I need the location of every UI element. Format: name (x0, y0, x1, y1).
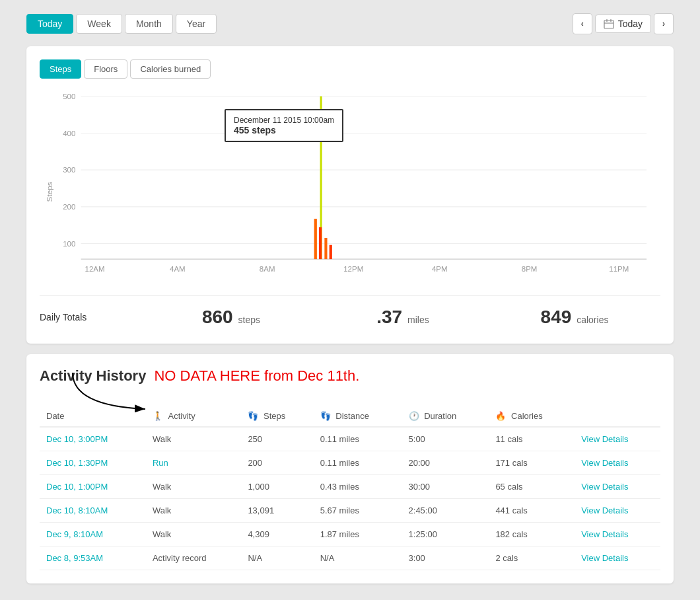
row-distance: 0.11 miles (314, 427, 402, 451)
row-steps: 13,091 (241, 499, 313, 523)
row-duration: 3:00 (402, 546, 489, 570)
svg-text:100: 100 (63, 239, 76, 248)
col-header-duration: 🕐 Duration (402, 406, 489, 427)
col-header-date: Date (40, 406, 146, 427)
row-distance: 0.11 miles (314, 451, 402, 475)
duration-icon: 🕐 (409, 411, 419, 421)
svg-text:11PM: 11PM (609, 264, 629, 273)
tab-today[interactable]: Today (26, 14, 73, 34)
total-steps: 860 steps (145, 307, 317, 328)
row-calories: 2 cals (489, 546, 575, 570)
col-header-activity: 🚶 Activity (146, 406, 241, 427)
svg-text:4PM: 4PM (432, 264, 448, 273)
activity-history-card: Activity History NO DATA HERE from Dec 1… (26, 354, 674, 583)
row-date: Dec 8, 9:53AM (40, 546, 146, 570)
current-date-label: Today (618, 19, 643, 29)
view-details-link[interactable]: View Details (575, 427, 660, 451)
metric-tab-floors[interactable]: Floors (84, 59, 127, 79)
row-date: Dec 10, 1:30PM (40, 451, 146, 475)
row-date: Dec 10, 8:10AM (40, 499, 146, 523)
svg-rect-25 (319, 227, 322, 259)
next-date-button[interactable]: › (654, 13, 674, 34)
row-activity: Activity record (146, 546, 241, 570)
svg-rect-0 (604, 20, 613, 28)
table-header-row: Date 🚶 Activity 👣 Steps 👣 Distance (40, 406, 660, 427)
row-distance: 0.43 miles (314, 475, 402, 499)
svg-text:12AM: 12AM (85, 264, 105, 273)
row-activity: Walk (146, 499, 241, 523)
period-tabs: Today Week Month Year (26, 14, 217, 34)
svg-text:400: 400 (63, 129, 76, 137)
steps-unit: steps (238, 315, 260, 325)
row-distance: 5.67 miles (314, 499, 402, 523)
row-activity: Walk (146, 427, 241, 451)
table-row: Dec 10, 1:00PMWalk1,0000.43 miles30:0065… (40, 475, 660, 499)
row-steps: 250 (241, 427, 313, 451)
activity-table: Date 🚶 Activity 👣 Steps 👣 Distance (40, 406, 660, 570)
row-duration: 2:45:00 (402, 499, 489, 523)
prev-date-button[interactable]: ‹ (573, 13, 592, 34)
row-duration: 1:25:00 (402, 523, 489, 546)
table-row: Dec 10, 8:10AMWalk13,0915.67 miles2:45:0… (40, 499, 660, 523)
view-details-link[interactable]: View Details (575, 546, 660, 570)
daily-totals: Daily Totals 860 steps .37 miles 849 cal… (40, 295, 660, 330)
steps-chart-svg: Steps 500 400 300 200 100 12AM 4AM 8AM 1 (40, 89, 660, 287)
steps-chart-card: Steps Floors Calories burned Steps 500 4… (26, 46, 674, 344)
row-calories: 65 cals (489, 475, 575, 499)
row-duration: 5:00 (402, 427, 489, 451)
no-data-notice: NO DATA HERE from Dec 11th. (154, 367, 359, 385)
svg-text:Steps: Steps (45, 182, 53, 202)
date-nav: ‹ Today › (573, 13, 674, 34)
totals-label: Daily Totals (40, 312, 145, 322)
row-steps: N/A (241, 546, 313, 570)
row-activity: Walk (146, 475, 241, 499)
row-steps: 1,000 (241, 475, 313, 499)
svg-rect-26 (324, 238, 327, 259)
steps-icon: 👣 (248, 411, 258, 421)
svg-text:8PM: 8PM (522, 264, 538, 273)
row-calories: 182 cals (489, 523, 575, 546)
svg-rect-27 (330, 245, 332, 259)
svg-text:300: 300 (63, 165, 76, 174)
tab-year[interactable]: Year (176, 14, 217, 34)
activity-history-title: Activity History (40, 367, 146, 385)
table-row: Dec 8, 9:53AMActivity recordN/AN/A3:002 … (40, 546, 660, 570)
miles-unit: miles (407, 315, 429, 325)
row-steps: 4,309 (241, 523, 313, 546)
row-calories: 171 cals (489, 451, 575, 475)
row-activity[interactable]: Run (146, 451, 241, 475)
row-distance: 1.87 miles (314, 523, 402, 546)
row-duration: 30:00 (402, 475, 489, 499)
date-display: Today (595, 15, 651, 33)
view-details-link[interactable]: View Details (575, 451, 660, 475)
calories-value: 849 (541, 307, 572, 327)
svg-text:200: 200 (63, 202, 76, 211)
distance-icon: 👣 (320, 411, 331, 421)
tab-week[interactable]: Week (76, 14, 122, 34)
metric-tab-calories[interactable]: Calories burned (130, 59, 211, 79)
svg-rect-24 (314, 219, 317, 259)
row-calories: 11 cals (489, 427, 575, 451)
col-header-steps: 👣 Steps (241, 406, 313, 427)
col-header-calories: 🔥 Calories (489, 406, 575, 427)
svg-text:12PM: 12PM (343, 264, 363, 273)
view-details-link[interactable]: View Details (575, 499, 660, 523)
tab-month[interactable]: Month (125, 14, 173, 34)
svg-text:8AM: 8AM (260, 264, 275, 273)
col-header-distance: 👣 Distance (314, 406, 402, 427)
metric-tabs: Steps Floors Calories burned (40, 59, 660, 79)
calories-unit: calories (577, 315, 608, 325)
row-distance: N/A (314, 546, 402, 570)
total-miles: .37 miles (317, 307, 489, 328)
chart-container: Steps 500 400 300 200 100 12AM 4AM 8AM 1 (40, 89, 660, 287)
row-calories: 441 cals (489, 499, 575, 523)
row-duration: 20:00 (402, 451, 489, 475)
view-details-link[interactable]: View Details (575, 523, 660, 546)
row-date: Dec 9, 8:10AM (40, 523, 146, 546)
miles-value: .37 (376, 307, 402, 327)
calendar-icon (604, 19, 614, 29)
table-row: Dec 10, 1:30PMRun2000.11 miles20:00171 c… (40, 451, 660, 475)
metric-tab-steps[interactable]: Steps (40, 59, 81, 79)
row-steps: 200 (241, 451, 313, 475)
view-details-link[interactable]: View Details (575, 475, 660, 499)
